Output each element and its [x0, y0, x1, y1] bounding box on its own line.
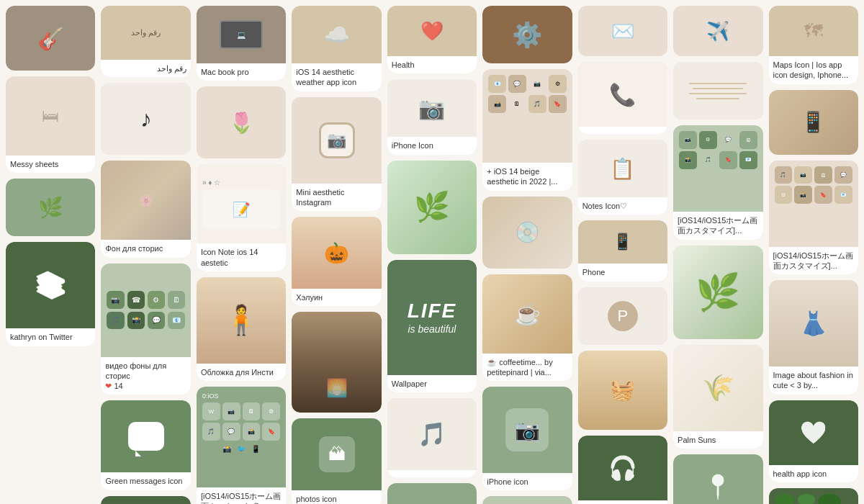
pin-ios14-map[interactable]: 📍 IOS 14 Save: [673, 454, 762, 504]
pin-weather-icon[interactable]: ☁️ iOS 14 aesthetic weather app icon Sav…: [292, 6, 381, 91]
column-2: رقم واحد رقم واحد Save 🎵 ♪ Save 🌸 Фон дл…: [101, 6, 190, 504]
pin-photos-icon[interactable]: 🏔 photos icon Save: [292, 418, 381, 504]
pin-life-beautiful[interactable]: LIFE is beautiful Wallpaper Save: [387, 260, 477, 392]
pin-ios14-japanese[interactable]: 📷 ⚙ 💬 🗓 📸 🎵 🔖 📧 [iOS14/iOS15ホーム画面カスタマイズ]…: [673, 125, 762, 240]
column-8: ✈️ Save Save 📷 ⚙ 💬 🗓: [673, 6, 762, 504]
column-3: 💻 Mac book pro Save 🌷 Save » ♦ ☆ 📝 Icon …: [197, 6, 286, 504]
column-7: ✉️ Save 📞 Save 📋 Notes Icon♡ Save �: [578, 6, 667, 504]
pin-folder-icon[interactable]: 📁 files olive green app icon Save: [387, 483, 477, 504]
pin-monstera[interactable]: 🌿 Save: [673, 246, 762, 339]
pin-iphone-icon-green[interactable]: 📷 iPhone icon Save: [482, 387, 572, 490]
pin-iphone-camera[interactable]: 📷 iPhone Icon Save: [387, 79, 477, 154]
pin-fashion[interactable]: 👗 Image about fashion in cute < 3 by... …: [769, 280, 858, 395]
pin-ios-grid-green[interactable]: 📷 ☎ ⚙ 🗓 🎵 📸 💬 📧 видео фоны для сторис❤ 1…: [101, 264, 190, 395]
pin-record[interactable]: 💿 Save: [482, 197, 572, 269]
pin-plants[interactable]: 🌿 Save: [6, 179, 95, 236]
pin-books-icon[interactable]: 📚 kathryn on Twitter Save: [6, 242, 95, 346]
pin-pinterest-icon[interactable]: P Save: [578, 287, 667, 345]
pin-dark-green-icon[interactable]: 🍃 dark green icon Save: [101, 496, 190, 504]
pin-notes-icon[interactable]: 📋 Notes Icon♡ Save: [578, 140, 667, 215]
pin-health-app-icon[interactable]: ❤️ health app icon Save: [769, 400, 858, 482]
pin-macbook[interactable]: 💻 Mac book pro Save: [197, 6, 286, 81]
pin-guitar[interactable]: 🎸 Save: [6, 6, 95, 71]
pin-arabic[interactable]: رقم واحد رقم واحد Save: [101, 6, 190, 77]
pin-green-leaf[interactable]: 🌿 Save: [387, 161, 477, 254]
column-9: 🗺 Maps Icon | Ios app icon design, Iphon…: [769, 6, 858, 504]
pin-green-msg[interactable]: Green messages icon Save: [101, 400, 190, 490]
pin-ios14-color-beige[interactable]: 🎵 📷 🗓 💬 ⚙ 📸 🔖 📧 [iOS14/iOS15ホーム画面カスタマイズ]…: [769, 161, 858, 275]
pin-phone-icon[interactable]: 📱 Phone Save: [578, 220, 667, 281]
pin-flowers-beige[interactable]: 🌷 Save: [197, 86, 286, 158]
pin-paper-plane[interactable]: ✈️ Save: [673, 6, 762, 56]
pin-annie[interactable]: 🎧 Pin by Annie McWilliams on... Save: [578, 436, 667, 504]
pin-email-icon[interactable]: ✉️ Save: [578, 6, 667, 56]
pin-green-stones[interactable]: Save: [769, 488, 858, 504]
column-1: 🎸 Save 🛏 Messy sheets Save 🌿 Save 📚: [6, 6, 95, 504]
pin-phone-chain[interactable]: 📱 Save: [769, 90, 858, 155]
pin-fon-storis[interactable]: 🌸 Фон для сторис Save: [101, 161, 190, 257]
pin-instagram-cover[interactable]: 🧍 Обложка для Инсти Save: [197, 277, 286, 381]
pin-whatsapp[interactable]: 📞 Save: [578, 62, 667, 134]
pin-basket-scene[interactable]: 🧺 Save: [578, 351, 667, 430]
pin-health[interactable]: ❤️ Health Save: [387, 6, 477, 73]
masonry-grid: 🎸 Save 🛏 Messy sheets Save 🌿 Save 📚: [0, 0, 864, 504]
pin-gear[interactable]: ⚙️ Save: [482, 6, 572, 63]
pin-amazon-icon[interactable]: a Save: [482, 496, 572, 504]
pin-tiktok[interactable]: 🎵 ♪ Save: [101, 83, 190, 155]
pin-palm-suns[interactable]: 🌾 Palm Suns Save: [673, 345, 762, 449]
pin-note-lines[interactable]: Save: [673, 62, 762, 120]
pin-messy-sheets[interactable]: 🛏 Messy sheets Save: [6, 76, 95, 173]
pin-music-notes[interactable]: 🎵 Save: [387, 398, 477, 477]
pin-coffeetime[interactable]: ☕ ☕ coffeetime... by petitepinard | via.…: [482, 274, 572, 382]
pin-mini-instagram[interactable]: 📷 Mini aesthetic Instagram Save: [292, 97, 381, 212]
column-6: ⚙️ Save 📧 💬 📷 ⚙ 📸 🗓 🎵 🔖 + iOS 14 beige a: [482, 6, 572, 504]
pin-halloween[interactable]: 🎃 Хэлуин Save: [292, 217, 381, 306]
pin-sunset[interactable]: 🌅 Save: [292, 312, 381, 413]
pin-maps-ios[interactable]: 🗺 Maps Icon | Ios app icon design, Iphon…: [769, 6, 858, 84]
pin-ios-grid-sage[interactable]: 0:iOS W 📷 🗓 ⚙ 🎵 💬 📸 🔖 📸 🐦 📱 [iOS: [197, 387, 286, 504]
pin-ios14-beige[interactable]: 📧 💬 📷 ⚙ 📸 🗓 🎵 🔖 + iOS 14 beige aesthetic…: [482, 69, 572, 191]
pin-note-icon[interactable]: » ♦ ☆ 📝 Icon Note ios 14 aestetic Save: [197, 164, 286, 271]
column-4: ☁️ iOS 14 aesthetic weather app icon Sav…: [292, 6, 381, 504]
column-5: ❤️ Health Save 📷 iPhone Icon Save 🌿 Save: [387, 6, 477, 504]
